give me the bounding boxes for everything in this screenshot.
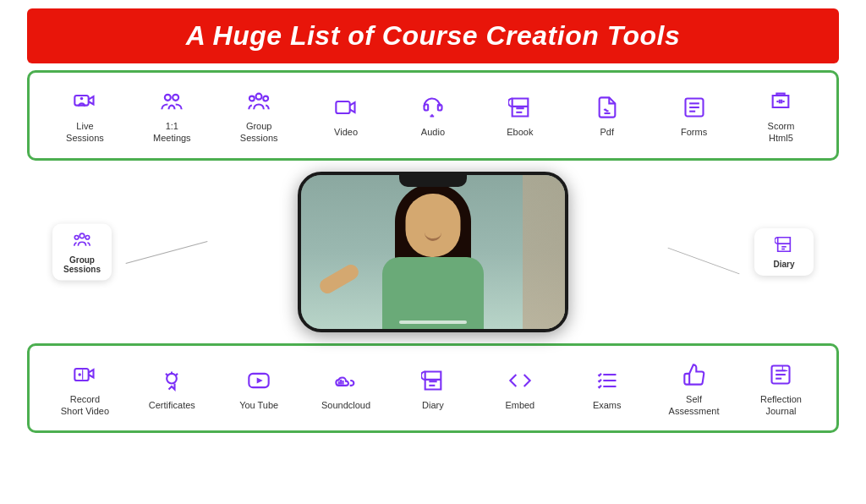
svg-point-3 (173, 95, 178, 101)
diary-card-label: Diary (773, 260, 794, 269)
pdf-label: Pdf (600, 126, 614, 138)
tool-soundcloud[interactable]: Soundcloud (310, 360, 382, 416)
svg-point-21 (85, 235, 90, 239)
meetings-label: 1:1Meetings (153, 120, 191, 145)
tool-scorm[interactable]: ScormHtml5 (745, 81, 817, 150)
svg-point-26 (167, 374, 177, 384)
scorm-label: ScormHtml5 (768, 120, 795, 145)
svg-point-5 (249, 96, 255, 101)
certificates-label: Certificates (149, 399, 195, 411)
tool-forms[interactable]: Forms (658, 87, 730, 143)
svg-point-19 (79, 233, 85, 238)
tool-group-sessions[interactable]: GroupSessions (223, 81, 295, 150)
tool-self-assessment[interactable]: SelfAssessment (658, 354, 730, 423)
top-tools-row: LiveSessions 1:1Meetings GroupSessions V… (27, 70, 839, 161)
reflection-journal-icon (765, 359, 796, 390)
middle-section: GroupSessions (27, 167, 839, 337)
svg-point-2 (165, 95, 171, 101)
record-short-video-label: RecordShort Video (61, 393, 109, 418)
tool-exams[interactable]: Exams (571, 360, 643, 416)
video-label: Video (334, 126, 358, 138)
bottom-tools-row: RecordShort Video Certificates You Tube … (27, 343, 839, 434)
exams-icon (592, 365, 622, 396)
diary-card-icon (775, 235, 793, 257)
soundcloud-icon (331, 365, 361, 396)
scorm-icon (765, 86, 796, 117)
exams-label: Exams (593, 399, 622, 411)
phone-mockup (298, 172, 568, 332)
forms-icon (679, 92, 710, 123)
meetings-icon (156, 86, 187, 117)
tool-record-short-video[interactable]: RecordShort Video (49, 354, 121, 423)
bg-wall (523, 175, 565, 329)
svg-point-25 (79, 373, 82, 376)
youtube-label: You Tube (239, 399, 278, 411)
certificates-icon (156, 365, 187, 396)
svg-rect-24 (75, 369, 89, 381)
tool-live-sessions[interactable]: LiveSessions (49, 81, 121, 150)
diary-label: Diary (422, 399, 444, 411)
phone-notch (399, 175, 467, 187)
pdf-icon (592, 92, 622, 123)
svg-marker-28 (257, 377, 263, 383)
ebook-label: Ebook (507, 126, 533, 138)
person-body (382, 257, 484, 329)
soundcloud-label: Soundcloud (321, 399, 370, 411)
connector-right (668, 247, 740, 274)
header-banner: A Huge List of Course Creation Tools (27, 8, 839, 63)
tool-meetings[interactable]: 1:1Meetings (136, 81, 208, 150)
page-container: A Huge List of Course Creation Tools Liv… (0, 0, 866, 504)
embed-label: Embed (505, 399, 534, 411)
svg-point-1 (80, 97, 84, 101)
tool-ebook[interactable]: Ebook (484, 87, 556, 143)
phone-home-bar (399, 320, 467, 324)
phone-screen (301, 175, 565, 329)
svg-point-4 (256, 94, 262, 100)
embed-icon (505, 365, 535, 396)
group-sessions-card: GroupSessions (52, 223, 112, 280)
group-sessions-label: GroupSessions (240, 120, 278, 145)
tool-certificates[interactable]: Certificates (136, 360, 208, 416)
group-sessions-card-label: GroupSessions (63, 255, 101, 273)
live-sessions-icon (69, 86, 100, 117)
audio-label: Audio (421, 126, 445, 138)
forms-label: Forms (681, 126, 707, 138)
group-sessions-card-icon (73, 230, 91, 252)
diary-card: Diary (754, 228, 814, 276)
audio-icon (418, 92, 448, 123)
self-assessment-label: SelfAssessment (669, 393, 720, 418)
youtube-icon (244, 365, 274, 396)
page-title: A Huge List of Course Creation Tools (44, 20, 822, 52)
tool-embed[interactable]: Embed (484, 360, 556, 416)
record-short-video-icon (69, 359, 100, 390)
video-icon (331, 92, 361, 123)
person-face (406, 194, 461, 257)
self-assessment-icon (679, 359, 710, 390)
tool-reflection-journal[interactable]: ReflectionJournal (745, 354, 817, 423)
tool-audio[interactable]: Audio (397, 87, 469, 143)
svg-point-6 (263, 96, 268, 101)
ebook-icon (505, 92, 535, 123)
live-sessions-label: LiveSessions (66, 120, 104, 145)
tool-diary[interactable]: Diary (397, 360, 469, 416)
reflection-journal-label: ReflectionJournal (760, 393, 802, 418)
svg-rect-7 (336, 101, 349, 113)
tool-pdf[interactable]: Pdf (571, 87, 643, 143)
connector-left (126, 241, 208, 264)
group-sessions-icon (244, 86, 274, 117)
tool-video[interactable]: Video (310, 87, 382, 143)
diary-icon (418, 365, 448, 396)
tool-youtube[interactable]: You Tube (223, 360, 295, 416)
svg-point-20 (74, 235, 79, 239)
